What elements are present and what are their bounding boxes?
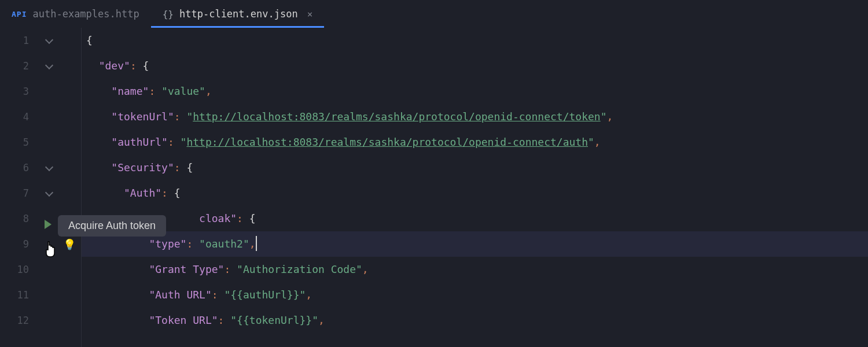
chevron-down-icon [45,188,53,196]
chevron-down-icon [45,163,53,171]
line-number[interactable]: 11 [0,282,29,308]
line-number[interactable]: 5 [0,130,29,155]
line-number[interactable]: 9 [0,231,29,257]
gutter-tooltip: Acquire Auth token [58,215,166,237]
current-line: "type": "oauth2", [82,231,868,257]
json-file-icon: {} [163,9,174,20]
line-number[interactable]: 8 [0,206,29,231]
line-number[interactable]: 7 [0,180,29,206]
line-number[interactable]: 10 [0,257,29,282]
tab-label: http-client.env.json [179,8,298,20]
line-number-gutter: 1 2 3 4 5 6 7 8 9 10 11 12 [0,28,41,347]
close-icon[interactable]: × [307,9,313,20]
run-gutter-icon[interactable] [45,220,52,229]
tab-label: auth-examples.http [32,8,139,20]
text-cursor [256,236,257,251]
fold-gutter [41,28,58,347]
tab-bar: API auth-examples.http {} http-client.en… [0,0,868,28]
chevron-down-icon [45,61,53,69]
line-number[interactable]: 3 [0,79,29,104]
play-icon [45,220,52,229]
line-number[interactable]: 6 [0,155,29,180]
code-area[interactable]: { "dev": { "name": "value", "tokenUrl": … [81,28,868,347]
line-number[interactable]: 1 [0,28,29,53]
tab-auth-examples[interactable]: API auth-examples.http [0,0,151,28]
token-url-link[interactable]: http://localhost:8083/realms/sashka/prot… [193,110,600,123]
line-number[interactable]: 4 [0,104,29,130]
icon-gutter: 💡 [58,28,81,347]
api-file-icon: API [12,10,27,19]
fold-toggle[interactable] [41,180,58,206]
line-number[interactable]: 2 [0,53,29,79]
auth-url-link[interactable]: http://localhost:8083/realms/sashka/prot… [186,136,588,148]
fold-toggle[interactable] [41,28,58,53]
chevron-down-icon [45,35,53,43]
line-number[interactable]: 12 [0,308,29,333]
fold-toggle[interactable] [41,53,58,79]
editor: 1 2 3 4 5 6 7 8 9 10 11 12 💡 [0,28,868,347]
pointer-cursor-icon [43,241,58,260]
tab-http-client-env[interactable]: {} http-client.env.json × [151,0,325,28]
fold-toggle[interactable] [41,155,58,180]
